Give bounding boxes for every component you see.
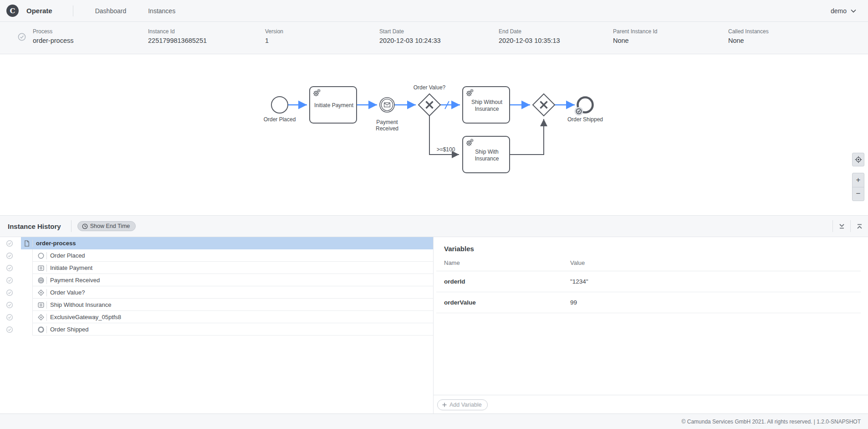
- divider: [71, 220, 71, 232]
- row-state: [0, 262, 21, 274]
- meta-label: End Date: [499, 28, 521, 35]
- camunda-logo-icon: C: [6, 5, 19, 17]
- copyright-text: © Camunda Services GmbH 2021. All rights…: [682, 419, 861, 425]
- show-end-time-label: Show End Time: [90, 223, 130, 229]
- divider: [46, 326, 47, 333]
- event-payment-received[interactable]: Payment Received: [376, 98, 398, 132]
- meta-value: 2020-12-03 10:24:33: [379, 37, 441, 44]
- nav-dashboard[interactable]: Dashboard: [95, 7, 127, 15]
- task-ship-without-insurance[interactable]: Ship Without Insurance: [463, 87, 510, 123]
- nav-instances[interactable]: Instances: [148, 7, 175, 15]
- label-order-shipped: Order Shipped: [567, 116, 603, 123]
- divider: [46, 301, 47, 309]
- meta-value: order-process: [33, 37, 73, 44]
- row-state: [0, 299, 21, 311]
- meta-label: Instance Id: [148, 28, 175, 35]
- history-row-order-placed[interactable]: Order Placed: [0, 249, 433, 262]
- history-row-label: ExclusiveGateway_05ptfs8: [50, 314, 121, 320]
- variables-panel: Variables Name Value orderId "1234" orde…: [434, 237, 868, 413]
- label-order-placed: Order Placed: [264, 116, 296, 123]
- end-event-order-shipped[interactable]: Order Shipped: [567, 98, 603, 123]
- top-bar: C Operate Dashboard Instances demo: [0, 0, 868, 22]
- label-payment-received-2: Received: [376, 125, 398, 132]
- variables-table-header: Name Value: [436, 253, 861, 271]
- clock-icon: [82, 223, 88, 229]
- variable-value: 99: [570, 299, 577, 306]
- bpmn-diagram-canvas[interactable]: Order Placed Initiate Payment Payment Re…: [0, 54, 868, 215]
- history-row-label: Order Shipped: [50, 326, 89, 333]
- zoom-in-button[interactable]: +: [853, 173, 864, 187]
- history-row-order-shipped[interactable]: Order Shipped: [0, 323, 433, 336]
- zoom-out-button[interactable]: −: [853, 187, 864, 201]
- diagram-zoom-controls: + −: [852, 173, 864, 201]
- task-ship-with-insurance[interactable]: Ship With Insurance: [463, 136, 510, 173]
- user-menu[interactable]: demo: [831, 7, 856, 15]
- row-state: [0, 249, 21, 262]
- variables-footer: Add Variable: [434, 395, 868, 413]
- column-header-value: Value: [570, 259, 585, 266]
- row-state: [0, 286, 21, 299]
- expand-panel-button[interactable]: [851, 216, 868, 237]
- variables-title: Variables: [444, 245, 868, 253]
- meta-value: None: [728, 37, 744, 44]
- gateway-icon: [37, 289, 45, 296]
- history-row-order-process[interactable]: order-process: [0, 237, 433, 249]
- meta-label: Start Date: [379, 28, 404, 35]
- collapse-panel-button[interactable]: [833, 216, 850, 237]
- row-state: [0, 323, 21, 336]
- history-row-label: Payment Received: [50, 277, 100, 284]
- label-ship-with-2: Insurance: [475, 155, 499, 162]
- label-condition: >=$100: [437, 146, 455, 153]
- divider: [46, 289, 47, 296]
- label-ship-with-1: Ship With: [475, 149, 498, 155]
- app-title: Operate: [26, 7, 52, 15]
- history-row-exclusive-gateway[interactable]: ExclusiveGateway_05ptfs8: [0, 311, 433, 323]
- panel-controls: [832, 216, 868, 237]
- history-row-label: Order Placed: [50, 252, 85, 259]
- expand-up-icon: [856, 223, 863, 229]
- check-circle-icon: [6, 264, 13, 272]
- variable-name: orderValue: [444, 299, 476, 306]
- check-circle-icon: [6, 277, 13, 284]
- add-variable-button[interactable]: Add Variable: [437, 399, 488, 410]
- history-row-label: Ship Without Insurance: [50, 301, 111, 308]
- chevron-down-icon: [851, 9, 856, 13]
- service-task-gear-icon: [317, 89, 321, 93]
- process-icon: [23, 240, 31, 247]
- plus-icon: [442, 402, 447, 408]
- completed-badge: [575, 107, 583, 116]
- instance-history-tree: order-process Order Placed: [0, 237, 434, 413]
- diagram-reset-view-button[interactable]: [852, 153, 864, 166]
- history-row-order-value[interactable]: Order Value?: [0, 286, 433, 299]
- service-task-gear-icon: [470, 139, 474, 142]
- history-row-initiate-payment[interactable]: Initiate Payment: [0, 262, 433, 274]
- add-variable-label: Add Variable: [449, 402, 482, 408]
- variable-name: orderId: [444, 278, 465, 285]
- column-header-name: Name: [444, 259, 460, 266]
- meta-value: None: [613, 37, 629, 44]
- show-end-time-button[interactable]: Show End Time: [77, 221, 136, 231]
- check-circle-icon: [6, 314, 13, 321]
- meta-value: 1: [265, 37, 269, 44]
- instance-meta-bar: Process order-process Instance Id 225179…: [0, 22, 868, 54]
- history-row-payment-received[interactable]: Payment Received: [0, 274, 433, 286]
- divider: [46, 264, 47, 272]
- variable-value: "1234": [570, 278, 588, 285]
- service-task-icon: [37, 301, 45, 309]
- gateway-exclusive-merge[interactable]: [533, 94, 555, 116]
- label-ship-without-2: Insurance: [475, 106, 499, 112]
- check-circle-icon: [6, 301, 13, 309]
- target-icon: [855, 156, 862, 163]
- start-event-order-placed[interactable]: Order Placed: [264, 97, 296, 123]
- service-task-icon: [37, 264, 45, 272]
- meta-label: Version: [265, 28, 283, 35]
- history-row-label: order-process: [36, 240, 76, 247]
- task-initiate-payment[interactable]: Initiate Payment: [310, 87, 357, 123]
- row-state: [0, 237, 21, 249]
- history-row-ship-without-insurance[interactable]: Ship Without Insurance: [0, 299, 433, 311]
- history-row-label: Initiate Payment: [50, 264, 92, 271]
- bpmn-diagram: Order Placed Initiate Payment Payment Re…: [0, 54, 868, 215]
- history-row-label: Order Value?: [50, 289, 85, 296]
- gateway-icon: [37, 314, 45, 321]
- gateway-order-value[interactable]: Order Value?: [414, 84, 446, 116]
